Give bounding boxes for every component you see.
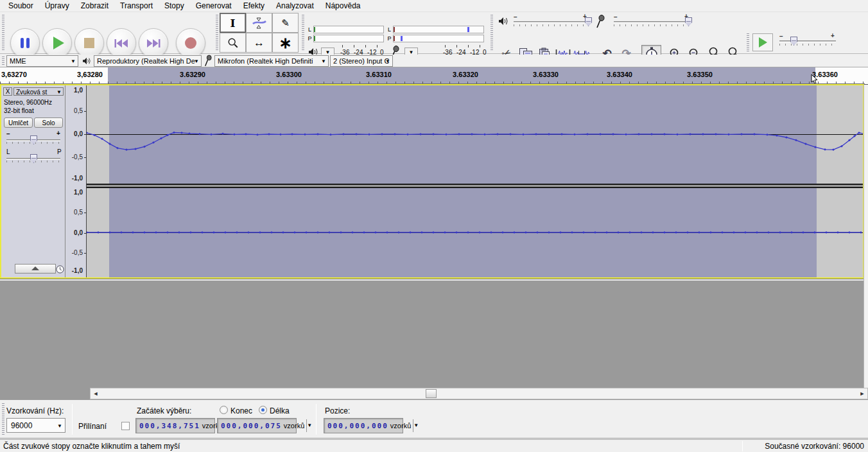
menu-zobrazit[interactable]: Zobrazit (75, 0, 114, 12)
input-mic-icon (596, 15, 605, 29)
selection-length-field[interactable]: 000,000,075 vzorků ▼ (217, 418, 297, 433)
zoom-tool-button[interactable] (220, 33, 246, 53)
horizontal-scroll-thumb[interactable] (426, 389, 437, 398)
track-collapse-button[interactable] (15, 264, 56, 274)
vertical-scrollbar[interactable] (864, 85, 868, 388)
waveform-zone[interactable] (87, 85, 863, 277)
track-control-panel: X Zvuková st▼ Stereo, 96000Hz 32-bit flo… (1, 85, 65, 277)
speed-min: − (779, 33, 783, 40)
recording-meter-bar-p (393, 35, 484, 42)
menu-efekty[interactable]: Efekty (238, 0, 270, 12)
input-channels-combo[interactable]: 2 (Stereo) Input C▼ (330, 55, 393, 67)
transport-toolbar-grip[interactable] (2, 15, 4, 51)
mute-button[interactable]: Umlčet (4, 117, 33, 128)
snap-checkbox[interactable] (121, 422, 130, 430)
tools-toolbar-grip[interactable] (216, 15, 218, 51)
input-volume-slider[interactable] (614, 21, 688, 23)
mixer-toolbar-grip[interactable] (490, 15, 493, 51)
recording-meter-p-label: P (386, 35, 392, 42)
position-label: Pozice: (325, 406, 350, 415)
channel-divider[interactable] (87, 184, 863, 188)
output-device-speaker-icon (82, 57, 91, 65)
device-toolbar-grip[interactable] (2, 56, 4, 65)
input-device-combo[interactable]: Mikrofon (Realtek High Definiti▼ (214, 55, 329, 67)
skip-start-icon (114, 39, 128, 48)
playback-speed-ticks (779, 44, 836, 46)
track-title-menu[interactable]: Zvuková st▼ (13, 87, 64, 96)
menu-generovat[interactable]: Generovat (190, 0, 238, 12)
speed-max: + (831, 32, 835, 39)
pause-icon (21, 38, 30, 48)
menu-analyzovat[interactable]: Analyzovat (270, 0, 320, 12)
length-radio[interactable] (259, 406, 267, 414)
field-dropdown-icon[interactable]: ▼ (306, 419, 312, 432)
audio-host-combo[interactable]: MME▼ (6, 55, 78, 67)
recording-meter[interactable]: L P (386, 26, 484, 44)
skip-to-end-button[interactable] (139, 28, 168, 58)
end-radio[interactable] (220, 406, 228, 414)
field-dropdown-icon[interactable]: ▼ (413, 419, 419, 432)
pan-left-label: L (6, 148, 10, 155)
vertical-ruler[interactable]: 1,0 0,5 0,0 -0,5 -1,0 1,0 0,5 0,0 -0,5 -… (65, 85, 87, 277)
track-format-info: Stereo, 96000Hz (4, 99, 52, 106)
timeline-label: 3,63280 (77, 71, 103, 78)
horizontal-scrollbar[interactable]: ◄ ► (90, 388, 868, 399)
stop-button[interactable] (74, 28, 104, 58)
output-device-combo[interactable]: Reproduktory (Realtek High De▼ (94, 55, 202, 67)
input-volume-ticks (614, 24, 688, 26)
pause-button[interactable] (10, 28, 40, 58)
status-bar: Část zvukové stopy označte kliknutím a t… (0, 439, 868, 452)
recording-meter-l-label: L (386, 26, 392, 33)
chevron-down-icon: ▼ (321, 58, 326, 64)
chevron-down-icon: ▼ (385, 58, 390, 64)
status-message: Část zvukové stopy označte kliknutím a t… (3, 442, 180, 451)
timeline-label: 3.63290 (180, 71, 205, 78)
play-button[interactable] (42, 28, 72, 58)
track-close-button[interactable]: X (3, 87, 12, 96)
playback-meter[interactable]: L P (307, 26, 384, 44)
track-area: X Zvuková st▼ Stereo, 96000Hz 32-bit flo… (0, 84, 864, 279)
menu-napoveda[interactable]: Nápověda (320, 0, 367, 12)
input-volume-min: − (614, 13, 618, 21)
record-button[interactable] (176, 28, 205, 58)
envelope-tool-button[interactable] (246, 13, 272, 33)
meter-toolbar-grip[interactable] (302, 15, 304, 51)
timeline-label: 3.63310 (366, 71, 392, 78)
timeshift-tool-button[interactable]: ↔ (246, 33, 272, 53)
skip-to-start-button[interactable] (107, 28, 136, 58)
sync-lock-clock-icon (56, 265, 64, 274)
menu-soubor[interactable]: Soubor (3, 0, 39, 12)
menu-bar: Soubor Úpravy Zobrazit Transport Stopy G… (0, 0, 868, 12)
left-channel[interactable] (87, 85, 863, 184)
draw-tool-button[interactable]: ✎ (272, 13, 299, 33)
vruler-label: 0,5 (74, 107, 83, 114)
right-channel[interactable] (87, 188, 863, 277)
output-volume-slider[interactable] (514, 21, 588, 23)
position-field[interactable]: 000,000,000 vzorků ▼ (324, 418, 403, 433)
scroll-right-arrow[interactable]: ► (857, 388, 867, 399)
multi-tool-button[interactable]: ∗ (272, 33, 299, 53)
menu-transport[interactable]: Transport (114, 0, 159, 12)
rate-label: Vzorkování (Hz): (6, 406, 64, 415)
menu-upravy[interactable]: Úpravy (39, 0, 75, 12)
playback-meter-bar-l (313, 26, 384, 33)
scroll-left-arrow[interactable]: ◄ (91, 388, 101, 399)
device-toolbar: MME▼ Reproduktory (Realtek High De▼ Mikr… (0, 55, 868, 67)
sample-rate-combo[interactable]: 96000▼ (6, 418, 65, 433)
selection-tool-button[interactable]: I (220, 13, 246, 33)
magnifier-icon (227, 37, 239, 49)
output-volume-min: − (514, 13, 517, 21)
playback-speed-slider[interactable] (779, 40, 836, 42)
output-speaker-icon (498, 17, 508, 26)
selection-start-field[interactable]: 000,348,751 vzorků ▼ (135, 418, 215, 433)
end-radio-label: Konec (230, 406, 252, 415)
stop-icon (84, 38, 94, 48)
solo-button[interactable]: Solo (34, 117, 63, 128)
timeline-ruler[interactable]: 3,63270 3,63280 3.63290 3.63300 3.63310 … (0, 67, 868, 85)
vruler-label: 1,0 (74, 189, 83, 196)
transcription-toolbar-grip[interactable] (747, 33, 749, 51)
menu-stopy[interactable]: Stopy (159, 0, 190, 12)
play-at-speed-button[interactable] (752, 33, 773, 51)
selection-toolbar-grip[interactable] (2, 403, 4, 435)
recording-meter-peak-l (467, 27, 469, 32)
